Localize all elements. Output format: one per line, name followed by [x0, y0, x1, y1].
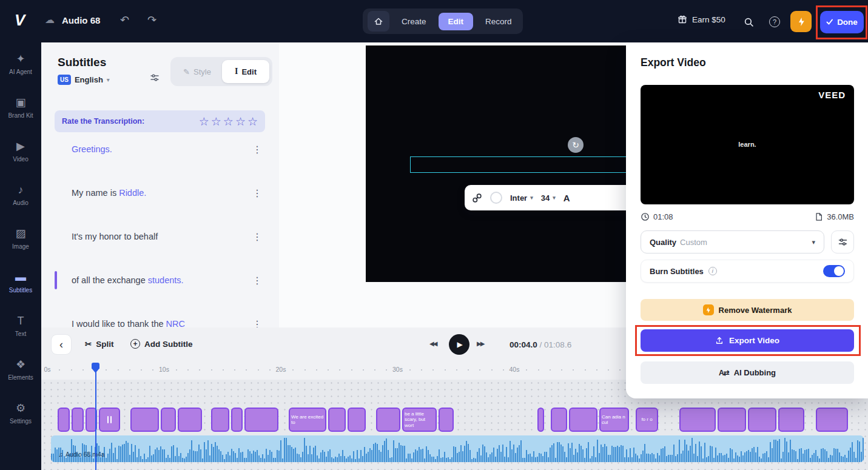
subtitle-rows: Greetings.⋮My name is Riddle.⋮It's my ho…: [41, 127, 279, 327]
info-icon[interactable]: i: [708, 267, 717, 275]
audio-track[interactable]: ♫ Audio 68.m4a: [51, 435, 864, 462]
subtitle-block[interactable]: [537, 408, 544, 432]
undo-icon[interactable]: ↶: [120, 13, 129, 27]
subtitle-block[interactable]: [211, 408, 229, 432]
row-menu-button[interactable]: ⋮: [252, 187, 262, 199]
tab-create[interactable]: Create: [395, 17, 432, 26]
upgrade-boost-button[interactable]: [790, 11, 812, 32]
subtitle-block[interactable]: [328, 408, 346, 432]
color-swatch[interactable]: [490, 192, 502, 204]
sidebar-item-label: Text: [15, 331, 26, 337]
help-icon[interactable]: ?: [769, 16, 780, 27]
star-icon[interactable]: ☆: [211, 116, 221, 127]
subtitle-block[interactable]: [72, 408, 84, 432]
done-button[interactable]: Done: [820, 11, 864, 33]
export-video-button[interactable]: Export Video: [641, 329, 854, 352]
subtitle-block[interactable]: [551, 408, 567, 432]
text-style-icon[interactable]: A: [564, 193, 570, 203]
subtitle-block[interactable]: [816, 408, 848, 432]
star-icon[interactable]: ☆: [199, 116, 209, 127]
subtitle-row[interactable]: It's my honor to behalf⋮: [41, 215, 279, 258]
rewind-button[interactable]: ◀◀: [429, 340, 436, 347]
home-button[interactable]: [368, 11, 389, 32]
tab-style[interactable]: ✎ Style: [173, 60, 221, 83]
burn-subtitles-toggle[interactable]: [823, 265, 845, 277]
earn-button[interactable]: Earn $50: [678, 15, 725, 24]
subtitle-block[interactable]: [58, 408, 70, 432]
remove-watermark-button[interactable]: Remove Watermark: [641, 299, 854, 321]
sidebar-item-audio[interactable]: ♪Audio: [2, 183, 39, 215]
star-icon[interactable]: ☆: [223, 116, 234, 127]
subtitle-block[interactable]: [130, 408, 159, 432]
project-title[interactable]: Audio 68: [62, 15, 100, 25]
subtitle-block[interactable]: fo r o: [636, 408, 658, 432]
tab-edit[interactable]: Edit: [439, 13, 474, 30]
sidebar-item-brand-kit[interactable]: ▣Brand Kit: [2, 96, 39, 127]
subtitle-text[interactable]: of all the exchange students.: [72, 275, 184, 285]
subtitle-row[interactable]: Greetings.⋮: [41, 127, 279, 171]
subtitle-block[interactable]: be a little scary, but wort: [402, 408, 437, 432]
row-menu-button[interactable]: ⋮: [252, 318, 262, 328]
link-icon[interactable]: [472, 193, 482, 203]
ai-dubbing-button[interactable]: A⇄ AI Dubbing: [641, 361, 854, 384]
row-menu-button[interactable]: ⋮: [252, 275, 262, 286]
ruler-label: 10s: [159, 366, 169, 373]
font-family-dropdown[interactable]: Inter ▾: [510, 193, 533, 203]
subtitle-text[interactable]: I would like to thank the NRC: [72, 319, 185, 327]
subtitle-row[interactable]: My name is Riddle.⋮: [41, 171, 279, 215]
row-menu-button[interactable]: ⋮: [252, 231, 262, 243]
subtitle-text[interactable]: It's my honor to behalf: [72, 232, 158, 241]
play-button[interactable]: ▶: [449, 334, 469, 355]
subtitle-row[interactable]: of all the exchange students.⋮: [41, 258, 279, 302]
subtitle-block[interactable]: [161, 408, 176, 432]
quality-dropdown[interactable]: Quality Custom ▾: [641, 230, 824, 253]
export-settings-button[interactable]: [831, 230, 854, 253]
subtitle-block[interactable]: [178, 408, 202, 432]
language-name: English: [75, 75, 103, 84]
star-icon[interactable]: ☆: [247, 116, 258, 127]
language-selector[interactable]: US English ▾: [58, 75, 110, 85]
sidebar-item-ai-agent[interactable]: ✦AI Agent: [2, 52, 39, 84]
elements-icon: ❖: [16, 358, 25, 371]
subtitle-block[interactable]: [748, 408, 776, 432]
tab-record[interactable]: Record: [479, 17, 518, 26]
subtitle-block[interactable]: We are excited to: [289, 408, 326, 432]
subtitle-block[interactable]: [376, 408, 400, 432]
split-button[interactable]: ✂ Split: [85, 339, 114, 349]
subtitle-block[interactable]: [569, 408, 597, 432]
subtitle-block[interactable]: [231, 408, 243, 432]
subtitle-row[interactable]: I would like to thank the NRC⋮: [41, 302, 279, 327]
sidebar-item-subtitles[interactable]: ▬Subtitles: [2, 270, 39, 302]
sidebar-item-text[interactable]: TText: [2, 314, 39, 346]
font-size-dropdown[interactable]: 34 ▾: [541, 193, 556, 203]
row-menu-button[interactable]: ⋮: [252, 144, 262, 155]
subtitle-block[interactable]: [778, 408, 804, 432]
style-tab-label: Style: [193, 67, 211, 76]
sidebar-item-image[interactable]: ▨Image: [2, 227, 39, 258]
image-icon: ▨: [15, 227, 25, 240]
sidebar-item-settings[interactable]: ⚙Settings: [2, 401, 39, 433]
veed-logo[interactable]: V: [15, 11, 25, 30]
add-subtitle-button[interactable]: + Add Subtitle: [130, 339, 193, 349]
subtitle-block[interactable]: [439, 408, 454, 432]
subtitle-block[interactable]: [348, 408, 366, 432]
forward-button[interactable]: ▶▶: [477, 340, 483, 347]
text-icon: T: [18, 314, 24, 327]
timeline-back-button[interactable]: ‹: [51, 334, 72, 355]
subtitle-block[interactable]: [679, 408, 716, 432]
audio-track-label: ♫ Audio 68.m4a: [58, 451, 105, 458]
subtitle-block[interactable]: [244, 408, 278, 432]
tab-edit-subtitles[interactable]: I Edit: [222, 60, 269, 83]
search-icon[interactable]: [744, 17, 754, 27]
redo-icon[interactable]: ↷: [147, 13, 156, 27]
subtitle-text[interactable]: Greetings.: [72, 144, 112, 154]
subtitle-block[interactable]: Can adia n cul: [599, 408, 629, 432]
subtitle-text[interactable]: My name is Riddle.: [72, 188, 146, 198]
sidebar-item-video[interactable]: ▶Video: [2, 139, 39, 171]
subtitle-settings-icon[interactable]: [149, 73, 160, 82]
subtitle-block[interactable]: [718, 408, 746, 432]
subtitle-selection-box[interactable]: [410, 156, 655, 173]
star-icon[interactable]: ☆: [235, 116, 246, 127]
subtitle-block[interactable]: [99, 408, 120, 432]
sidebar-item-elements[interactable]: ❖Elements: [2, 358, 39, 389]
